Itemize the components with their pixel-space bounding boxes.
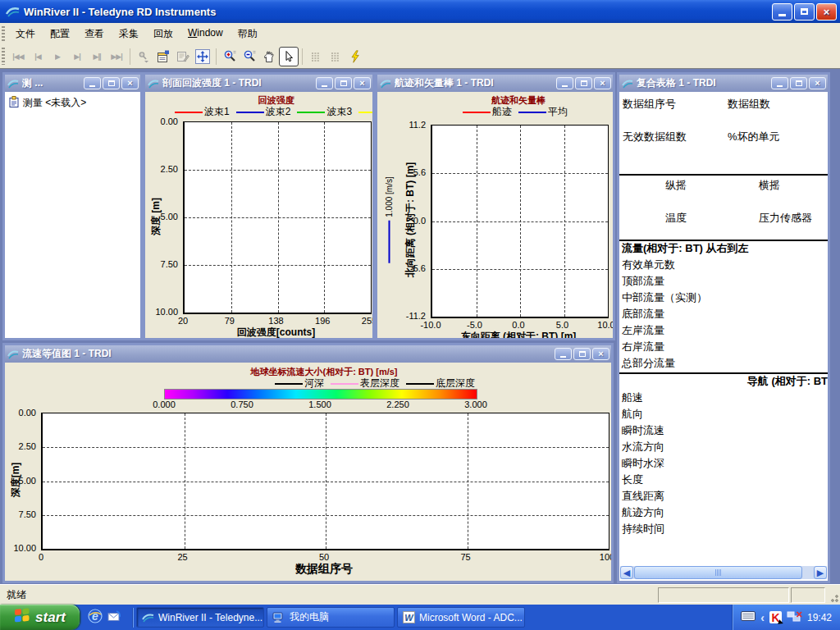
- status-text: 就绪: [0, 588, 658, 602]
- edit-notes-button[interactable]: [173, 47, 193, 66]
- zoom-out-button[interactable]: [240, 47, 259, 66]
- acquire-start-button[interactable]: [345, 47, 365, 66]
- menu-item-配置[interactable]: 配置: [43, 24, 77, 44]
- minimize-button[interactable]: [556, 77, 573, 89]
- maximize-button[interactable]: [794, 3, 815, 21]
- properties-button[interactable]: [153, 47, 173, 66]
- minimize-button[interactable]: [316, 77, 333, 89]
- legend-item: 平均: [518, 105, 568, 119]
- kaspersky-tray-icon[interactable]: K: [769, 611, 782, 623]
- close-button[interactable]: ×: [594, 77, 611, 89]
- x-tick-label: 5.0: [556, 320, 568, 330]
- close-button[interactable]: ×: [121, 77, 139, 89]
- x-tick-label: 10.0: [597, 320, 613, 330]
- close-button[interactable]: ×: [809, 77, 826, 89]
- table-row-label: 瞬时水深: [619, 456, 828, 472]
- measurement-titlebar[interactable]: 测 ... ×: [5, 75, 140, 92]
- table-cell-label: 横摇: [759, 176, 780, 208]
- close-button[interactable]: ×: [354, 77, 371, 89]
- ship-track-chart: 航迹和矢量棒 船迹平均 11.25.60.0-5.6-11.2 -10.0-5.…: [377, 92, 613, 338]
- pan-hand-button[interactable]: [259, 47, 279, 66]
- task-label: Microsoft Word - ADC...: [419, 612, 523, 623]
- play-slow-button[interactable]: ▶||: [87, 47, 107, 66]
- pan-windows-button[interactable]: [193, 47, 212, 66]
- table-cell-label: 数据组数: [728, 97, 770, 130]
- status-panel: [791, 587, 825, 603]
- scrollbar-thumb[interactable]: [634, 566, 802, 579]
- minimize-button[interactable]: [84, 77, 101, 89]
- task-label: 我的电脑: [290, 610, 329, 624]
- table-row-label: 瞬时流速: [619, 423, 828, 440]
- resize-grip[interactable]: [829, 592, 839, 603]
- menu-item-文件[interactable]: 文件: [8, 24, 43, 44]
- maximize-button[interactable]: [335, 77, 352, 89]
- velocity-scale-note: 1.000 [m/s]: [385, 176, 394, 262]
- tabular-view-button-2[interactable]: [326, 47, 345, 66]
- toolbar-separator: [216, 48, 217, 65]
- contour-plot-canvas[interactable]: [41, 413, 609, 550]
- menu-item-查看[interactable]: 查看: [77, 24, 112, 44]
- toolbar-gripper[interactable]: [2, 48, 5, 64]
- menu-item-采集[interactable]: 采集: [112, 24, 146, 44]
- internet-explorer-icon[interactable]: e: [88, 609, 103, 626]
- minimize-button[interactable]: [772, 3, 792, 21]
- maximize-button[interactable]: [790, 77, 807, 89]
- toolbar-separator: [130, 48, 130, 65]
- toolbar-gripper[interactable]: [2, 26, 5, 41]
- taskbar-separator: [132, 608, 133, 628]
- horizontal-gridline: [185, 217, 371, 218]
- measurement-root-item[interactable]: 测量 <未载入>: [5, 92, 140, 114]
- echo-plot-canvas[interactable]: [183, 121, 372, 314]
- scroll-left-arrow[interactable]: ◀: [620, 566, 633, 579]
- close-button[interactable]: ×: [592, 348, 609, 360]
- x-tick-label: 50: [319, 552, 329, 562]
- ship-track-titlebar[interactable]: 航迹和矢量棒 1 - TRDI ×: [377, 75, 613, 92]
- zoom-in-button[interactable]: [220, 47, 240, 66]
- svg-text:e: e: [92, 609, 98, 623]
- taskbar-task-3[interactable]: WMicrosoft Word - ADC...: [397, 607, 525, 628]
- table-row-label: 有效单元数: [619, 258, 828, 274]
- velocity-contour-chart: 地球坐标流速大小(相对于: BT) [m/s] 河深表层深度底层深度 0.000…: [5, 363, 611, 581]
- outlook-express-icon[interactable]: [107, 610, 122, 625]
- play-button[interactable]: ▶: [48, 47, 67, 66]
- menu-item-Window[interactable]: Window: [180, 24, 231, 44]
- maximize-button[interactable]: [575, 77, 592, 89]
- velocity-contour-titlebar[interactable]: 流速等值图 1 - TRDI ×: [5, 345, 611, 363]
- select-cursor-button[interactable]: [279, 47, 299, 66]
- keyboard-layout-icon[interactable]: [741, 611, 756, 623]
- composite-table-titlebar[interactable]: 复合表格 1 - TRDI ×: [619, 75, 828, 92]
- start-button[interactable]: start: [0, 605, 80, 630]
- goto-first-ensemble-button[interactable]: |◀◀: [8, 47, 28, 66]
- close-button[interactable]: ×: [816, 3, 837, 21]
- y-axis-label: 深度 [m]: [149, 198, 163, 235]
- x-tick-label: 138: [268, 316, 283, 326]
- step-back-button[interactable]: |◀: [28, 47, 48, 66]
- menu-item-回放[interactable]: 回放: [146, 24, 180, 44]
- goto-last-ensemble-button[interactable]: ▶▶|: [107, 47, 126, 66]
- table-row-label: 中部流量（实测）: [619, 290, 828, 307]
- minimize-button[interactable]: [771, 77, 788, 89]
- trdi-logo-icon: [6, 6, 20, 17]
- echo-titlebar[interactable]: 剖面回波强度 1 - TRDI ×: [145, 75, 372, 92]
- ship-track-plot-canvas[interactable]: [431, 125, 609, 318]
- table-row: 温度压力传感器: [619, 208, 828, 240]
- maximize-button[interactable]: [103, 77, 120, 89]
- y-tick-label: 7.50: [19, 509, 36, 519]
- taskbar-task-2[interactable]: 我的电脑: [267, 607, 395, 628]
- network-offline-icon[interactable]: [787, 610, 802, 625]
- scroll-right-arrow[interactable]: ▶: [814, 566, 827, 579]
- svg-text:W: W: [404, 613, 414, 623]
- tray-collapse-chevron[interactable]: ‹: [760, 611, 765, 624]
- window-echo-intensity: 剖面回波强度 1 - TRDI × 回波强度 波束1波束2波束3波束4 0.00…: [143, 72, 375, 340]
- menu-item-帮助[interactable]: 帮助: [231, 24, 265, 44]
- maximize-button[interactable]: [573, 348, 591, 360]
- horizontal-scrollbar[interactable]: ◀ ▶: [620, 566, 827, 579]
- navigation-section-header: 导航 (相对于: BT: [619, 374, 828, 390]
- taskbar-clock[interactable]: 19:42: [807, 612, 832, 623]
- tabular-view-button-1[interactable]: [306, 47, 326, 66]
- taskbar-task-1[interactable]: WinRiver II - Teledyne...: [136, 607, 264, 628]
- minimize-button[interactable]: [555, 348, 572, 360]
- table-cell-label: 纵摇: [665, 176, 759, 208]
- step-forward-button[interactable]: ▶|: [67, 47, 87, 66]
- playback-options-button[interactable]: [134, 47, 153, 66]
